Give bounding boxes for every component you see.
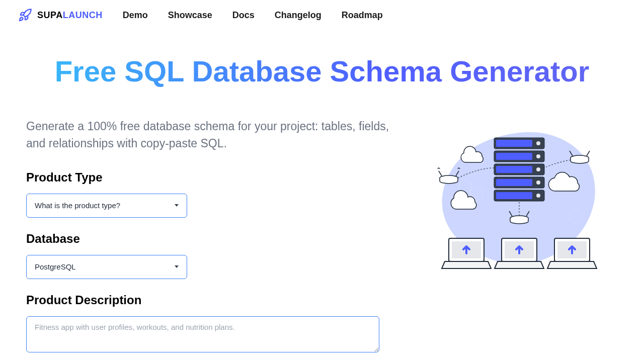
svg-rect-13: [496, 192, 532, 199]
database-select[interactable]: PostgreSQL: [26, 255, 187, 279]
svg-line-16: [439, 171, 442, 176]
description-textarea[interactable]: [26, 316, 379, 352]
brand-part-1: SUPA: [37, 10, 63, 20]
main: Free SQL Database Schema Generator Gener…: [0, 30, 644, 354]
brand-logo[interactable]: SUPALAUNCH: [18, 8, 103, 22]
svg-line-20: [587, 151, 590, 156]
brand-part-2: LAUNCH: [63, 10, 103, 20]
database-value: PostgreSQL: [35, 262, 76, 271]
svg-point-11: [536, 180, 540, 185]
svg-point-14: [536, 194, 540, 198]
svg-rect-4: [496, 153, 532, 160]
product-type-select[interactable]: What is the product type?: [26, 194, 187, 218]
svg-point-8: [536, 167, 540, 171]
caret-down-icon: [175, 265, 179, 268]
description-label: Product Description: [26, 293, 409, 307]
svg-rect-1: [496, 140, 532, 147]
navbar: SUPALAUNCH Demo Showcase Docs Changelog …: [0, 0, 644, 30]
server-cloud-illustration: [429, 123, 610, 279]
product-type-value: What is the product type?: [35, 201, 120, 210]
content-row: Generate a 100% free database schema for…: [26, 118, 618, 354]
subtitle: Generate a 100% free database schema for…: [26, 118, 409, 152]
caret-down-icon: [175, 204, 179, 207]
page-title: Free SQL Database Schema Generator: [26, 55, 618, 87]
nav-links: Demo Showcase Docs Changelog Roadmap: [123, 10, 383, 21]
svg-rect-7: [496, 166, 532, 173]
svg-rect-10: [496, 179, 532, 186]
product-type-label: Product Type: [26, 170, 409, 185]
svg-point-5: [536, 154, 540, 158]
form-column: Generate a 100% free database schema for…: [26, 118, 409, 354]
brand-text: SUPALAUNCH: [37, 10, 103, 21]
nav-link-demo[interactable]: Demo: [123, 10, 148, 21]
nav-link-showcase[interactable]: Showcase: [168, 10, 212, 21]
svg-point-2: [536, 141, 540, 145]
illustration-column: [424, 118, 615, 354]
rocket-icon: [18, 8, 32, 22]
nav-link-docs[interactable]: Docs: [232, 10, 255, 21]
nav-link-changelog[interactable]: Changelog: [275, 10, 321, 21]
database-label: Database: [26, 232, 409, 246]
nav-link-roadmap[interactable]: Roadmap: [342, 10, 383, 21]
